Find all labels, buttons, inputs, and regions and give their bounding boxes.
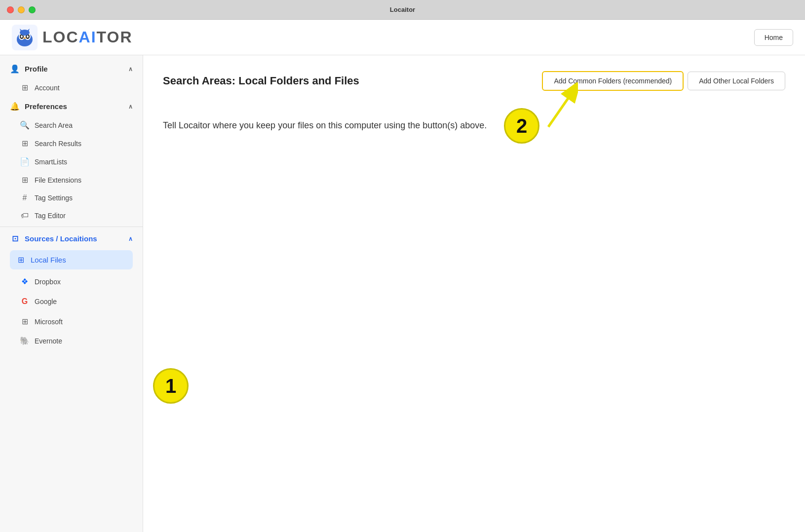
logo-text: LOCAITOR <box>42 28 133 46</box>
evernote-icon: 🐘 <box>20 336 30 345</box>
content-header: Search Areas: Local Folders and Files Ad… <box>163 71 785 91</box>
svg-point-6 <box>21 35 23 38</box>
tag-settings-label: Tag Settings <box>35 194 73 202</box>
close-button[interactable] <box>7 6 14 13</box>
badge-1: 1 <box>153 368 189 404</box>
local-files-label: Local Files <box>31 256 66 264</box>
profile-chevron: ∧ <box>128 66 133 73</box>
sidebar-item-evernote[interactable]: 🐘 Evernote <box>0 332 143 350</box>
tag-editor-icon: 🏷 <box>20 211 30 220</box>
arrow-to-button <box>479 82 578 142</box>
profile-label: Profile <box>25 65 48 73</box>
microsoft-icon: ⊞ <box>20 317 30 326</box>
sidebar-section-profile[interactable]: 👤 Profile ∧ <box>0 59 143 78</box>
add-other-local-folders-button[interactable]: Add Other Local Folders <box>688 72 785 90</box>
dropbox-icon: ❖ <box>20 277 30 286</box>
window-title: Locaitor <box>390 6 415 13</box>
content-area: Search Areas: Local Folders and Files Ad… <box>143 55 805 532</box>
sidebar-item-tag-settings[interactable]: # Tag Settings <box>0 189 143 207</box>
app-container: LOCAITOR Home 👤 Profile ∧ ⊞ Account <box>0 20 805 532</box>
preferences-label: Preferences <box>25 102 67 111</box>
content-buttons: Add Common Folders (recommended) Add Oth… <box>542 71 785 91</box>
sidebar-item-dropbox[interactable]: ❖ Dropbox <box>0 272 143 291</box>
microsoft-label: Microsoft <box>35 318 63 326</box>
search-results-label: Search Results <box>35 140 81 148</box>
sidebar-item-search-area[interactable]: 🔍 Search Area <box>0 116 143 134</box>
logo-icon <box>12 25 38 50</box>
sidebar-item-file-extensions[interactable]: ⊞ File Extensions <box>0 171 143 189</box>
content-description: Tell Locaitor where you keep your files … <box>163 120 785 131</box>
content-title: Search Areas: Local Folders and Files <box>163 75 359 87</box>
search-area-label: Search Area <box>35 121 73 129</box>
sidebar-section-sources[interactable]: ⊡ Sources / Locaitions ∧ <box>0 229 143 248</box>
title-bar: Locaitor <box>0 0 805 20</box>
search-area-icon: 🔍 <box>20 120 30 130</box>
sources-label: Sources / Locaitions <box>25 234 97 243</box>
sources-icon: ⊡ <box>10 234 20 243</box>
minimize-button[interactable] <box>18 6 25 13</box>
sidebar: 👤 Profile ∧ ⊞ Account 🔔 Preferences ∧ <box>0 55 143 532</box>
svg-point-7 <box>27 35 29 38</box>
smartlists-label: SmartLists <box>35 158 67 166</box>
sidebar-item-tag-editor[interactable]: 🏷 Tag Editor <box>0 207 143 225</box>
preferences-icon: 🔔 <box>10 102 20 111</box>
tag-editor-label: Tag Editor <box>35 212 66 220</box>
sidebar-item-microsoft[interactable]: ⊞ Microsoft <box>0 312 143 331</box>
preferences-chevron: ∧ <box>128 103 133 110</box>
window-controls[interactable] <box>7 6 36 13</box>
sidebar-item-smartlists[interactable]: 📄 SmartLists <box>0 152 143 171</box>
account-icon: ⊞ <box>20 83 30 92</box>
search-results-icon: ⊞ <box>20 139 30 148</box>
google-icon: G <box>20 297 30 306</box>
tag-settings-icon: # <box>20 193 30 202</box>
maximize-button[interactable] <box>29 6 36 13</box>
evernote-label: Evernote <box>35 337 62 345</box>
sidebar-item-google[interactable]: G Google <box>0 293 143 310</box>
account-label: Account <box>35 84 60 92</box>
sidebar-item-local-files[interactable]: ⊞ Local Files <box>10 250 133 269</box>
profile-icon: 👤 <box>10 64 20 74</box>
local-files-icon: ⊞ <box>16 255 26 265</box>
sources-chevron: ∧ <box>128 235 133 242</box>
logo-area: LOCAITOR <box>12 25 133 50</box>
main-layout: 👤 Profile ∧ ⊞ Account 🔔 Preferences ∧ <box>0 55 805 532</box>
annotation-area-1: 1 <box>153 368 189 404</box>
add-common-folders-button[interactable]: Add Common Folders (recommended) <box>542 71 684 91</box>
sidebar-divider <box>0 227 143 227</box>
home-button[interactable]: Home <box>754 29 793 46</box>
annotation-area-2: 2 <box>479 82 578 144</box>
google-label: Google <box>35 298 57 305</box>
sidebar-section-preferences[interactable]: 🔔 Preferences ∧ <box>0 97 143 116</box>
sidebar-item-search-results[interactable]: ⊞ Search Results <box>0 134 143 152</box>
file-extensions-icon: ⊞ <box>20 175 30 185</box>
app-header: LOCAITOR Home <box>0 20 805 55</box>
dropbox-label: Dropbox <box>35 278 61 286</box>
sidebar-item-account[interactable]: ⊞ Account <box>0 78 143 97</box>
file-extensions-label: File Extensions <box>35 176 81 184</box>
smartlists-icon: 📄 <box>20 157 30 166</box>
